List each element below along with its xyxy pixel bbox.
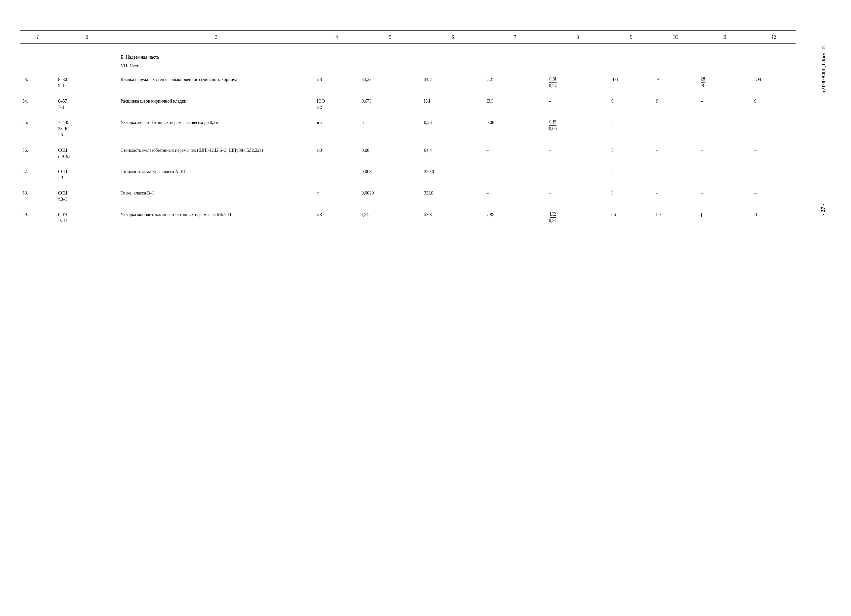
row58-col6: 32I,0 xyxy=(421,187,484,205)
row53-col5: 34,23 xyxy=(359,74,421,91)
row55-frac8: 0,I5 0,06 xyxy=(549,120,557,131)
row55-col7: 0,08 xyxy=(484,117,546,141)
row53-desc: Кладка наружных стен из обыкновенного гл… xyxy=(118,74,314,91)
row59-col9: 66 xyxy=(609,209,654,226)
row55-frac8-den: 0,06 xyxy=(549,126,557,132)
row58-code: ССЦ т.3–I xyxy=(56,187,118,205)
row59-col5: I,24 xyxy=(359,209,421,226)
row53-num: 53. xyxy=(20,74,56,91)
row54-col8: – xyxy=(547,96,609,113)
table-row-54: 54. 8–57 7–I Расшивка швов кирпичной кла… xyxy=(20,96,796,113)
row59-col12: II xyxy=(752,209,796,226)
row55-desc: Укладка железобетонных перемычек весом д… xyxy=(118,117,314,141)
row58-col10: – xyxy=(653,187,698,205)
row55-col9: I xyxy=(609,117,654,141)
header-col12: I2 xyxy=(752,30,796,44)
header-col1: I xyxy=(20,30,56,44)
row58-num: 58. xyxy=(20,187,56,205)
row55-col10: – xyxy=(653,117,698,141)
row57-desc: Стоимость арматуры класса А–III xyxy=(118,166,314,184)
row57-unit: т xyxy=(314,166,359,184)
row53-frac11: 28 8 xyxy=(701,76,705,88)
section-b-header-row: Б. Надземная часть xyxy=(20,44,796,61)
header-col8: 8 xyxy=(547,30,609,44)
row57-code: ССЦ т.3–I xyxy=(56,166,118,184)
row56-col11: – xyxy=(698,145,752,162)
row55-col5: 5 xyxy=(359,117,421,141)
section-up-num xyxy=(20,61,56,74)
row59-col7: 7,85 xyxy=(484,209,546,226)
header-col7: 7 xyxy=(484,30,546,44)
header-col5: 5 xyxy=(359,30,421,44)
table-row-59: 59. 6–I70 I5–II Укладка монолитных желез… xyxy=(20,209,796,226)
row53-frac11-num: 28 xyxy=(701,76,705,83)
row55-col11: – xyxy=(698,117,752,141)
row56-col8: – xyxy=(547,145,609,162)
row59-col11: I xyxy=(698,209,752,226)
row54-col6: I3,I xyxy=(421,96,484,113)
row53-col10: 76 xyxy=(653,74,698,91)
row54-desc: Расшивка швов кирпичной кладки xyxy=(118,96,314,113)
row55-col6: 0,23 xyxy=(421,117,484,141)
main-table: I 2 3 4 5 6 7 8 9 IO II I2 Б. Надземная … xyxy=(20,30,796,226)
row53-code: 8–30 5–I xyxy=(56,74,118,91)
table-row-58: 58. ССЦ т.3–I То же, класса В–I т 0,0029… xyxy=(20,187,796,205)
row53-col6: 34,2 xyxy=(421,74,484,91)
table-header-row: I 2 3 4 5 6 7 8 9 IO II I2 xyxy=(20,30,796,44)
row56-col10: – xyxy=(653,145,698,162)
row58-col8: – xyxy=(547,187,609,205)
row53-unit: м3 xyxy=(314,74,359,91)
row58-unit: т xyxy=(314,187,359,205)
header-col4: 4 xyxy=(314,30,359,44)
row54-col9: 9 xyxy=(609,96,654,113)
row53-col9: II7I xyxy=(609,74,654,91)
row57-col10: – xyxy=(653,166,698,184)
row57-col7: – xyxy=(484,166,546,184)
row57-col8: – xyxy=(547,166,609,184)
section-b-code xyxy=(56,44,118,61)
section-b-num xyxy=(20,44,56,61)
row57-col9: I xyxy=(609,166,654,184)
row54-col10: 9 xyxy=(653,96,698,113)
row55-num: 55. xyxy=(20,117,56,141)
row53-col7: 2,2I xyxy=(484,74,546,91)
row59-code: 6–I70 I5–II xyxy=(56,209,118,226)
header-col2: 2 xyxy=(56,30,118,44)
row59-frac8-num: I,I2 xyxy=(550,211,556,218)
row56-unit: м3 xyxy=(314,145,359,162)
section-up-title: УП. Стены xyxy=(118,61,796,74)
row59-col11-underline: I xyxy=(701,212,702,217)
row55-frac8-num: 0,I5 xyxy=(549,120,556,126)
row56-col7: – xyxy=(484,145,546,162)
row57-col12: – xyxy=(752,166,796,184)
row54-col5: 0,67I xyxy=(359,96,421,113)
row57-num: 57. xyxy=(20,166,56,184)
row58-col9: I xyxy=(609,187,654,205)
row58-desc: То же, класса В–I xyxy=(118,187,314,205)
row56-num: 56. xyxy=(20,145,56,162)
row58-col11: – xyxy=(698,187,752,205)
row54-col11: – xyxy=(698,96,752,113)
row56-code: ССЦ п.9–92 xyxy=(56,145,118,162)
row54-code: 8–57 7–I xyxy=(56,96,118,113)
row53-frac8: 0,8I 0,24 xyxy=(549,76,557,88)
header-col6: 6 xyxy=(421,30,484,44)
row53-col8: 0,8I 0,24 xyxy=(547,74,609,91)
row55-unit: шт xyxy=(314,117,359,141)
row56-desc: Стоимость железобетонных перемычек (ШПI–… xyxy=(118,145,314,162)
row54-unit: IOO м2 xyxy=(314,96,359,113)
row57-col6: 250,0 xyxy=(421,166,484,184)
row55-col12: – xyxy=(752,117,796,141)
row55-col8: 0,I5 0,06 xyxy=(547,117,609,141)
header-col9: 9 xyxy=(609,30,654,44)
table-row-57: 57. ССЦ т.3–I Стоимость арматуры класса … xyxy=(20,166,796,184)
table-row-56: 56. ССЦ п.9–92 Стоимость железобетонных … xyxy=(20,145,796,162)
row56-col6: 64,4 xyxy=(421,145,484,162)
row57-col5: 0,003 xyxy=(359,166,421,184)
row56-col9: 5 xyxy=(609,145,654,162)
row59-frac8: I,I2 0,34 xyxy=(549,211,557,223)
row59-frac8-den: 0,34 xyxy=(549,217,557,223)
row53-col11: 28 8 xyxy=(698,74,752,91)
row58-col7: – xyxy=(484,187,546,205)
table-row-53: 53. 8–30 5–I Кладка наружных стен из обы… xyxy=(20,74,796,91)
